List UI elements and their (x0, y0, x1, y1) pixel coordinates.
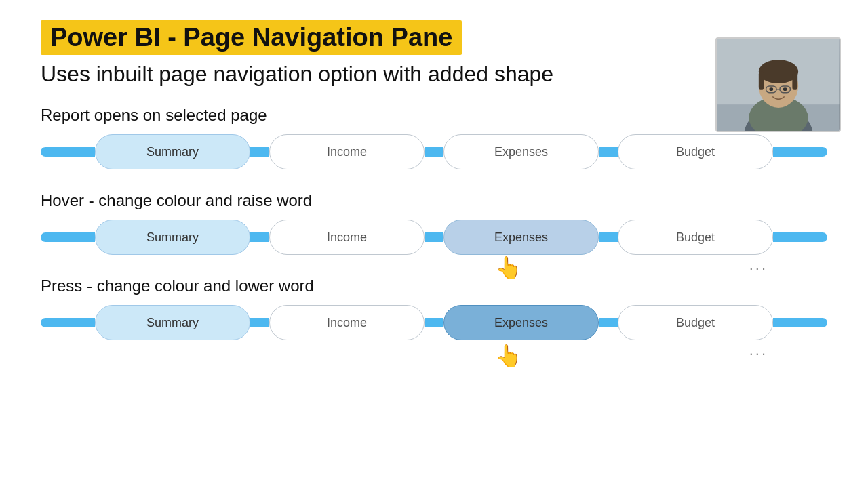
pill-budget-hover[interactable]: Budget (618, 220, 773, 255)
nav-pills-normal: Summary Income Expenses Budget (95, 134, 773, 169)
section-pressed: Press - change colour and lower word Sum… (41, 277, 827, 340)
webcam (715, 37, 841, 132)
svg-rect-6 (759, 72, 764, 90)
pressed-dots: ... (749, 342, 768, 359)
pressed-cursor-icon: 👆 (495, 343, 522, 369)
connector-right-normal (773, 147, 827, 157)
pill-conn-3-pressed (599, 318, 618, 327)
pill-conn-1-pressed (250, 318, 269, 327)
svg-point-11 (769, 87, 773, 91)
section-normal: Report opens on selected page Summary In… (41, 106, 827, 169)
section-hover: Hover - change colour and raise word Sum… (41, 191, 827, 255)
pill-conn-2-pressed (425, 318, 443, 327)
main-container: Power BI - Page Navigation Pane Uses inb… (0, 0, 868, 382)
pill-conn-2-normal (425, 147, 443, 157)
nav-row-hover: Summary Income Expenses Budget 👆 ... (41, 220, 827, 255)
nav-row-normal: Summary Income Expenses Budget (41, 134, 827, 169)
svg-point-12 (783, 87, 787, 91)
nav-pills-pressed: Summary Income Expenses Budget (95, 305, 773, 340)
pill-income-pressed[interactable]: Income (269, 305, 425, 340)
pill-conn-1-normal (250, 147, 269, 157)
section-pressed-label: Press - change colour and lower word (41, 277, 827, 296)
connector-left-hover (41, 232, 95, 242)
pill-budget-normal[interactable]: Budget (618, 134, 773, 169)
connector-right-pressed (773, 318, 827, 327)
pill-budget-pressed[interactable]: Budget (618, 305, 773, 340)
section-normal-label: Report opens on selected page (41, 106, 827, 125)
pill-expenses-pressed[interactable]: Expenses (443, 305, 599, 340)
pill-summary-pressed[interactable]: Summary (95, 305, 250, 340)
nav-pills-hover: Summary Income Expenses Budget (95, 220, 773, 255)
hover-dots: ... (749, 256, 768, 274)
connector-right-hover (773, 232, 827, 242)
nav-row-pressed: Summary Income Expenses Budget 👆 ... (41, 305, 827, 340)
svg-rect-7 (792, 72, 797, 90)
page-subtitle: Uses inbuilt page navigation option with… (41, 62, 827, 87)
pill-conn-1-hover (250, 232, 269, 242)
connector-left-normal (41, 147, 95, 157)
pill-conn-2-hover (425, 232, 443, 242)
pill-summary-normal[interactable]: Summary (95, 134, 250, 169)
section-hover-label: Hover - change colour and raise word (41, 191, 827, 210)
pill-summary-hover[interactable]: Summary (95, 220, 250, 255)
connector-left-pressed (41, 318, 95, 327)
pill-income-hover[interactable]: Income (269, 220, 425, 255)
pill-conn-3-normal (599, 147, 618, 157)
page-title: Power BI - Page Navigation Pane (41, 20, 462, 55)
pill-conn-3-hover (599, 232, 618, 242)
pill-expenses-normal[interactable]: Expenses (443, 134, 599, 169)
pill-income-normal[interactable]: Income (269, 134, 425, 169)
pill-expenses-hover[interactable]: Expenses (443, 220, 599, 255)
